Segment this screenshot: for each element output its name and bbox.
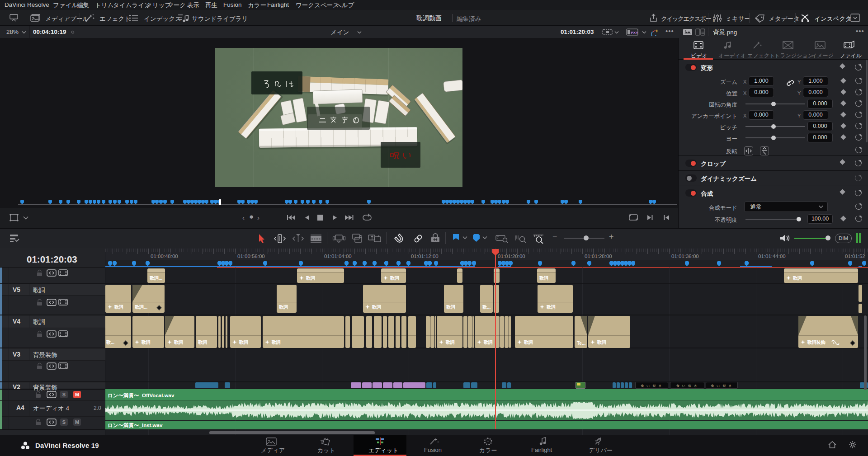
svg-text:PXY: PXY bbox=[631, 31, 639, 35]
